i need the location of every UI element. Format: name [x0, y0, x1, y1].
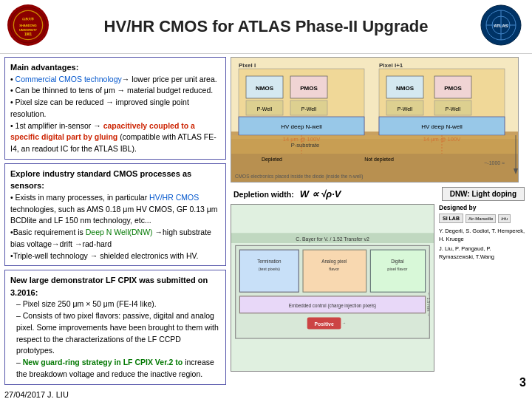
svg-text:ATLAS: ATLAS [494, 24, 508, 28]
demo-box: New large demonstrator LF CPIX was submi… [4, 270, 226, 384]
svg-text:← 1.5 mm →: ← 1.5 mm → [426, 292, 431, 317]
svg-text:P-Well: P-Well [398, 106, 413, 112]
names-line2: J. Liu, P. Pangaud, P. Rymaszewski, T.Wa… [439, 245, 528, 261]
demo-item-2: – Consists of two pixel flavors: passive… [16, 310, 220, 357]
demo-green: New guard-ring strategy in LF CPIX Ver.2… [23, 358, 183, 366]
svg-text:PMOS: PMOS [444, 85, 462, 92]
svg-text:HV deep N-well: HV deep N-well [281, 123, 322, 130]
cmos-diagram-wrapper: NMOS PMOS NMOS PMOS P-Well P-Well P-Well [231, 57, 528, 184]
footer-row: 3 [231, 375, 528, 389]
svg-text:Analog pixel: Analog pixel [321, 259, 347, 265]
svg-text:~-1000 ≈: ~-1000 ≈ [484, 160, 505, 166]
svg-text:Pixel I+1: Pixel I+1 [379, 62, 403, 69]
svg-text:Depleted: Depleted [262, 157, 282, 163]
svg-rect-52 [239, 250, 299, 292]
svg-text:Termination: Termination [257, 259, 282, 264]
footer: 27/04/2017 J. LIU [4, 389, 226, 399]
svg-text:pixel flavor: pixel flavor [387, 267, 407, 271]
svg-text:NMOS: NMOS [256, 85, 274, 92]
svg-text:1901: 1901 [24, 33, 32, 36]
advantage-red-1: capacitively coupled to a specific digit… [10, 121, 195, 142]
svg-rect-55 [303, 250, 366, 292]
demo-item-1: – Pixel size 250 μm × 50 μm (FE-I4 like)… [16, 299, 220, 310]
credits-area: Designed by SI LAB Air-Marseille Irfu Y.… [439, 204, 528, 372]
depletion-label: Depletion width: [233, 190, 294, 199]
svg-text:Pixel I: Pixel I [239, 62, 256, 69]
logo-left: 山东大学 SHANDONG UNIVERSITY 1901 [7, 4, 52, 49]
demo-item-3: – New guard-ring strategy in LF CPIX Ver… [16, 357, 220, 381]
page-title: HV/HR CMOS for ATLAS Phase-II Upgrade [52, 17, 480, 36]
explore-green-1: Deep N Well(DNW) [86, 228, 153, 236]
svg-text:Positive: Positive [314, 321, 333, 327]
depletion-area: Depletion width: W ∝ √ρ·V [233, 188, 341, 200]
svg-text:Digital: Digital [391, 259, 403, 265]
advantage-item-2: • Can be thinned to tens of μm → materia… [10, 85, 220, 97]
svg-text:C. Bayer for V. / 1.52 Transfe: C. Bayer for V. / 1.52 Transfer v2 [296, 236, 369, 242]
svg-rect-39 [231, 135, 519, 154]
footer-date: 27/04/2017 J. LIU [4, 390, 69, 399]
irfu-logo: Irfu [498, 214, 511, 223]
explore-box: Explore industry standard CMOS processes… [4, 163, 226, 267]
submitted-area: C. Bayer for V. / 1.52 Transfer v2 Termi… [231, 204, 528, 372]
page-number: 3 [519, 376, 526, 389]
demo-title: New large demonstrator LF CPIX was submi… [10, 274, 220, 299]
advantage-blue-1: Commercial CMOS technology [16, 75, 122, 83]
left-column: Main advantages: • Commercial CMOS techn… [4, 57, 226, 389]
explore-blue-1: HV/HR CMOS [149, 193, 199, 202]
svg-text:P-substrate: P-substrate [291, 142, 319, 149]
svg-text:P-Well: P-Well [257, 106, 273, 112]
silab-logo: SI LAB [439, 214, 463, 223]
svg-text:(test pixels): (test pixels) [259, 267, 280, 271]
airmarseil-logo: Air-Marseille [466, 214, 496, 223]
depletion-formula: W ∝ √ρ·V [300, 188, 341, 200]
svg-text:P-Well: P-Well [301, 106, 317, 112]
explore-item-3: •Triple-well technology → shielded elect… [10, 250, 220, 262]
cmos-diagram-svg: NMOS PMOS NMOS PMOS P-Well P-Well P-Well [231, 57, 519, 183]
svg-text:SHANDONG: SHANDONG [19, 24, 36, 27]
svg-text:PMOS: PMOS [300, 85, 318, 92]
svg-rect-58 [370, 250, 425, 292]
shandong-logo: 山东大学 SHANDONG UNIVERSITY 1901 [7, 4, 49, 46]
right-column: NMOS PMOS NMOS PMOS P-Well P-Well P-Well [231, 57, 528, 389]
advantage-item-3: • Pixel size can be reduced → improved s… [10, 97, 220, 120]
names-line1: Y. Degerli, S. Godiot, T. Hemperek, H. K… [439, 228, 528, 243]
logo-right: ATLAS [480, 4, 525, 49]
explore-item-1: • Exists in many processes, in particula… [10, 192, 220, 227]
chip-diagram: C. Bayer for V. / 1.52 Transfer v2 Termi… [231, 204, 434, 372]
svg-text:山东大学: 山东大学 [22, 17, 34, 21]
advantages-title: Main advantages: [10, 61, 220, 74]
advantages-box: Main advantages: • Commercial CMOS techn… [4, 57, 226, 160]
dnw-depletion-row: Depletion width: W ∝ √ρ·V DNW: Light dop… [231, 187, 528, 201]
designed-by-label: Designed by [439, 204, 528, 211]
header: 山东大学 SHANDONG UNIVERSITY 1901 HV/HR CMOS… [0, 0, 532, 54]
svg-text:CMOS electronics placed inside: CMOS electronics placed inside the diode… [235, 174, 363, 180]
svg-text:Not depleted: Not depleted [364, 157, 394, 163]
chip-diagram-area: C. Bayer for V. / 1.52 Transfer v2 Termi… [231, 204, 434, 372]
svg-text:Embedded control (charge injec: Embedded control (charge injection pixel… [289, 303, 376, 309]
explore-title: Explore industry standard CMOS processes… [10, 168, 220, 192]
advantage-text-1: → lower price per unit area. [122, 75, 217, 83]
advantage-item-1: • Commercial CMOS technology→ lower pric… [10, 74, 220, 86]
dnw-label: DNW: Light doping [442, 187, 525, 201]
svg-text:HV deep N-well: HV deep N-well [421, 123, 463, 130]
svg-text:UNIVERSITY: UNIVERSITY [19, 28, 37, 32]
explore-item-2: •Basic requirement is Deep N Well(DNW) →… [10, 227, 220, 250]
logos-row: SI LAB Air-Marseille Irfu [439, 214, 528, 223]
advantage-item-4: • 1st amplifier in-sensor → capacitively… [10, 120, 220, 155]
svg-text:NMOS: NMOS [396, 85, 415, 92]
svg-text:flavor: flavor [329, 267, 339, 271]
svg-text:P-Well: P-Well [446, 106, 461, 112]
